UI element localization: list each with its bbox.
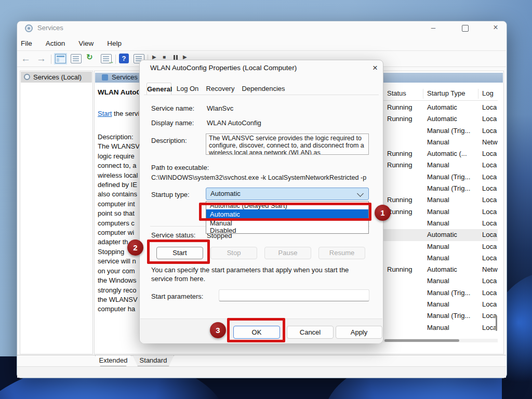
menu-bar: FileActionViewHelp bbox=[21, 39, 122, 50]
refresh-icon[interactable]: ↻ bbox=[86, 52, 93, 62]
table-row[interactable]: ManualNetw bbox=[369, 137, 498, 148]
back-icon[interactable]: ← bbox=[21, 53, 31, 64]
properties-icon[interactable] bbox=[71, 54, 82, 63]
table-row[interactable]: RunningManualLoca bbox=[369, 159, 498, 171]
stop-service-icon[interactable]: ■ bbox=[163, 54, 166, 60]
description-line: computers c bbox=[98, 219, 139, 228]
table-cell: Automatic bbox=[427, 113, 457, 125]
help-icon[interactable]: ? bbox=[119, 54, 129, 63]
table-cell: Manual bbox=[427, 299, 449, 310]
tab-log-on[interactable]: Log On bbox=[175, 83, 201, 95]
table-row[interactable]: RunningAutomaticLoca bbox=[369, 113, 498, 125]
table-cell: Running bbox=[387, 194, 412, 206]
table-cell: Manual bbox=[427, 275, 449, 287]
table-row[interactable]: Manual (Trig...Loca bbox=[369, 171, 498, 183]
description-line: computer ha bbox=[98, 304, 139, 314]
console-tree-icon[interactable] bbox=[55, 54, 66, 63]
description-box[interactable]: The WLANSVC service provides the logic r… bbox=[206, 134, 369, 155]
table-row[interactable]: Manual (Trig...Loca bbox=[369, 287, 498, 299]
table-row[interactable]: Manual (Trig...Loca bbox=[369, 125, 498, 137]
annotation-step1-badge: 1 bbox=[375, 205, 391, 221]
startup-type-combobox[interactable]: Automatic bbox=[206, 188, 369, 200]
table-cell: Running bbox=[387, 113, 412, 125]
apply-button[interactable]: Apply bbox=[336, 326, 382, 339]
minimize-button[interactable]: – bbox=[428, 23, 438, 32]
table-cell: Manual (Trig... bbox=[427, 183, 470, 194]
display-name-label: Display name: bbox=[151, 119, 194, 127]
table-cell: Loca bbox=[482, 299, 498, 310]
table-cell: Automatic (... bbox=[427, 148, 467, 159]
table-row[interactable]: RunningAutomaticNetw bbox=[369, 264, 498, 275]
table-cell: Manual bbox=[427, 241, 449, 252]
table-cell: Automatic bbox=[427, 229, 457, 241]
services-node-icon bbox=[24, 74, 30, 80]
wlan-properties-dialog: WLAN AutoConfig Properties (Local Comput… bbox=[139, 60, 383, 343]
list-header-row: Status Startup Type Log bbox=[369, 87, 498, 101]
table-cell: Loca bbox=[482, 229, 498, 241]
startup-type-value: Automatic bbox=[210, 190, 241, 197]
start-service-icon[interactable]: ▶ bbox=[152, 54, 156, 60]
tab-dependencies[interactable]: Dependencies bbox=[240, 83, 287, 95]
resume-button: Resume bbox=[318, 247, 365, 259]
dropdown-option-disabled[interactable]: Disabled bbox=[206, 227, 368, 234]
menu-view[interactable]: View bbox=[78, 39, 94, 50]
start-service-link[interactable]: Start bbox=[98, 110, 112, 117]
horizontal-scrollbar-thumb[interactable] bbox=[384, 339, 459, 342]
maximize-button[interactable] bbox=[462, 25, 469, 32]
dialog-close-icon[interactable]: × bbox=[370, 63, 380, 73]
start-service-rest: the service bbox=[112, 110, 139, 117]
description-line: logic require bbox=[98, 152, 139, 161]
menu-help[interactable]: Help bbox=[107, 39, 122, 50]
table-row[interactable]: ManualLoca bbox=[369, 218, 498, 229]
path-to-executable-label: Path to executable: bbox=[151, 164, 209, 171]
tab-recovery[interactable]: Recovery bbox=[205, 83, 236, 95]
description-line: computer wi bbox=[98, 228, 139, 237]
service-name-label: Service name: bbox=[151, 104, 194, 112]
table-row[interactable]: ManualLoca bbox=[369, 275, 498, 287]
column-header-startup-type[interactable]: Startup Type bbox=[427, 89, 465, 97]
desktop: Services – × FileActionViewHelp ← → ↻ → … bbox=[0, 0, 532, 399]
table-row[interactable]: Manual (Trig...Loca bbox=[369, 310, 498, 322]
table-row[interactable]: Manual (Trig...Loca bbox=[369, 183, 498, 194]
table-row[interactable]: ManualLoca bbox=[369, 241, 498, 252]
description-line: point so that bbox=[98, 209, 139, 218]
table-row[interactable]: ManualLoca bbox=[369, 299, 498, 310]
table-cell: Loca bbox=[482, 159, 498, 171]
table-row[interactable]: ManualLoca bbox=[369, 322, 498, 334]
table-row[interactable]: RunningManualLoca bbox=[369, 194, 498, 206]
table-row[interactable]: RunningAutomatic (...Loca bbox=[369, 148, 498, 159]
service-description-panel: Description: The WLANSVlogic requireconn… bbox=[98, 132, 139, 314]
tab-standard[interactable]: Standard bbox=[132, 355, 174, 366]
start-parameters-hint: You can specify the start parameters tha… bbox=[151, 265, 369, 283]
vertical-scrollbar-thumb[interactable] bbox=[496, 315, 497, 331]
table-cell: Manual (Trig... bbox=[427, 171, 470, 183]
table-row[interactable]: ManualLoca bbox=[369, 252, 498, 264]
table-row[interactable]: RunningAutomaticLoca bbox=[369, 102, 498, 113]
column-divider[interactable] bbox=[478, 89, 478, 99]
pause-button: Pause bbox=[264, 247, 311, 259]
tab-extended[interactable]: Extended bbox=[95, 355, 131, 366]
display-name-value: WLAN AutoConfig bbox=[207, 119, 261, 127]
console-tree-pane bbox=[20, 71, 93, 354]
table-row[interactable]: AutomaticLoca bbox=[369, 229, 498, 241]
start-parameters-input[interactable] bbox=[219, 289, 369, 301]
forward-icon[interactable]: → bbox=[36, 53, 46, 64]
menu-file[interactable]: File bbox=[21, 39, 32, 50]
column-header-status[interactable]: Status bbox=[387, 89, 406, 97]
column-header-log[interactable]: Log bbox=[482, 89, 494, 97]
cancel-button[interactable]: Cancel bbox=[287, 326, 334, 339]
toolbar-separator bbox=[115, 55, 116, 64]
tab-general[interactable]: General bbox=[147, 83, 171, 95]
menu-action[interactable]: Action bbox=[46, 39, 65, 50]
column-divider[interactable] bbox=[423, 89, 423, 99]
description-line: on your com bbox=[98, 267, 139, 276]
start-service-line: Start the service bbox=[98, 110, 139, 117]
table-cell: Manual (Trig... bbox=[427, 310, 470, 322]
restart-service-icon[interactable]: ▶ bbox=[183, 54, 187, 60]
service-status-label: Service status: bbox=[151, 231, 195, 239]
description-label: Description: bbox=[151, 137, 187, 144]
annotation-step3-badge: 3 bbox=[210, 322, 226, 338]
table-cell: Manual (Trig... bbox=[427, 125, 470, 137]
close-button[interactable]: × bbox=[490, 23, 501, 32]
table-cell: Manual bbox=[427, 159, 449, 171]
